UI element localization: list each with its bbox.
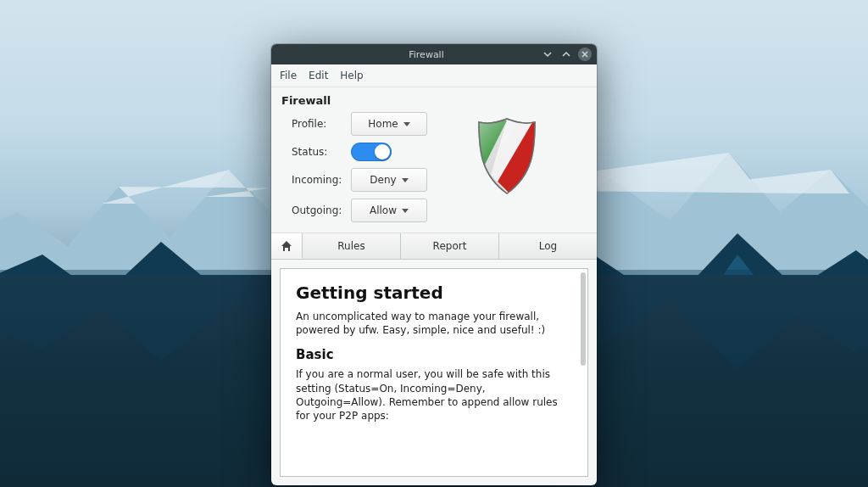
incoming-label: Incoming: [292,174,351,186]
content-scroll[interactable]: Getting started An uncomplicated way to … [281,269,587,476]
chevron-down-icon [402,178,409,182]
chevron-down-icon [402,209,409,213]
outgoing-label: Outgoing: [292,204,351,216]
menu-edit[interactable]: Edit [309,70,328,81]
chevron-down-icon [403,122,410,126]
content-heading: Getting started [296,283,572,303]
content-frame: Getting started An uncomplicated way to … [280,268,588,477]
tab-bar: Rules Report Log [271,233,597,260]
home-icon [281,240,292,252]
profile-value: Home [368,118,398,130]
profile-label: Profile: [292,118,351,130]
menu-help[interactable]: Help [340,70,363,81]
desktop-wallpaper: Firewall File Edit Help Firewall [0,0,868,487]
scrollbar-thumb[interactable] [581,272,586,366]
tab-home[interactable] [271,233,303,259]
tab-report[interactable]: Report [401,233,499,259]
close-button[interactable] [578,48,592,61]
outgoing-value: Allow [370,204,397,216]
toggle-knob [375,144,390,160]
firewall-window: Firewall File Edit Help Firewall [271,44,597,485]
content-basic-text: If you are a normal user, you will be sa… [296,367,572,423]
menubar: File Edit Help [271,64,597,87]
status-toggle[interactable] [351,143,392,161]
svg-rect-9 [474,115,540,197]
settings-grid: Profile: Home Status: Incoming: Deny [292,112,427,222]
window-title: Firewall [312,49,541,60]
status-label: Status: [292,146,351,158]
content-subheading-basic: Basic [296,347,572,362]
minimize-button[interactable] [541,48,554,61]
titlebar[interactable]: Firewall [271,44,597,64]
outgoing-combo[interactable]: Allow [351,199,427,222]
tab-log[interactable]: Log [499,233,597,259]
page-title: Firewall [271,87,597,112]
maximize-button[interactable] [559,48,573,61]
shield-icon [474,115,540,197]
incoming-value: Deny [370,174,396,186]
incoming-combo[interactable]: Deny [351,168,427,192]
tab-rules[interactable]: Rules [303,233,401,259]
content-intro: An uncomplicated way to manage your fire… [296,310,572,337]
menu-file[interactable]: File [280,70,297,81]
profile-combo[interactable]: Home [351,112,427,136]
